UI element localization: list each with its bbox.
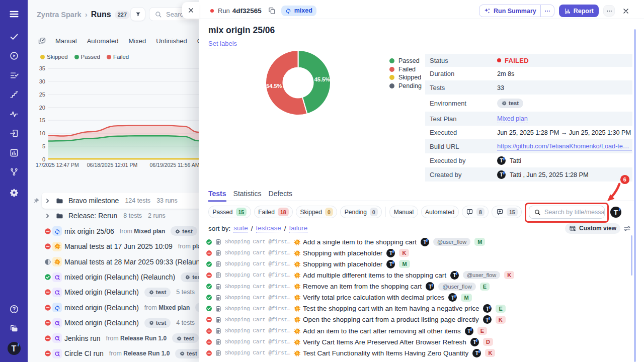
copy-icon[interactable] (268, 7, 276, 15)
run-from-plan: from Release Run 1.0 (109, 350, 170, 357)
test-status-passed-icon (206, 283, 212, 290)
user-avatar-T: T (386, 260, 395, 268)
filter-chip-pending[interactable]: Pending0 (340, 206, 382, 218)
relaunch-icon (52, 273, 62, 282)
test-row[interactable]: Shopping Cart @first…Add multiple differ… (206, 269, 514, 281)
test-row[interactable]: Shopping Cart @first…Verify Cart Items A… (206, 336, 493, 347)
annotation-arrow (599, 181, 624, 204)
gear-icon (175, 229, 180, 234)
check-icon[interactable] (9, 32, 19, 42)
filter-chip-count: 0 (370, 208, 378, 216)
sort-separator: / (251, 225, 253, 232)
donut-legend-label: Pending (398, 82, 422, 89)
tests-scrollbar[interactable] (631, 235, 633, 276)
test-row[interactable]: Shopping Cart @first…Test Cart Functiona… (206, 347, 495, 358)
custom-view-label: Custom view (579, 225, 616, 232)
test-row[interactable]: Shopping Cart @first…Open the shopping c… (206, 314, 506, 325)
report-button[interactable]: Report (559, 5, 599, 17)
test-letter-badge: K (485, 349, 495, 357)
sort-option-failure[interactable]: failure (289, 224, 308, 233)
boom-icon (293, 272, 301, 279)
steps-icon[interactable] (9, 90, 19, 100)
test-row[interactable]: Shopping Cart @first…Test the shopping c… (206, 303, 506, 314)
run-row-title: Manual tests at 17 Jun 2025 10:09 (64, 242, 173, 250)
test-row[interactable]: Shopping Cart @first…Add a single item t… (206, 236, 485, 247)
filter-chip-failed[interactable]: Failed18 (254, 206, 293, 218)
filter-chip-manual[interactable]: Manual (389, 206, 418, 218)
detail-value: 33 (497, 84, 504, 92)
run-status-partial-icon (44, 258, 51, 265)
gear-icon[interactable] (9, 188, 19, 198)
run-folder-title: Bravo milestone (68, 197, 119, 205)
menu-icon[interactable] (9, 9, 20, 20)
branch-icon[interactable] (9, 167, 19, 177)
run-summary-button[interactable]: Run Summary (479, 5, 554, 17)
test-row[interactable]: Shopping Cart @first…Shopping with place… (206, 247, 409, 258)
test-title: Shopping with placeholder (303, 260, 382, 268)
sort-by-label: sort by: (208, 225, 230, 232)
pulse-icon[interactable] (9, 110, 19, 119)
sparkles-icon (484, 7, 491, 15)
list-check-icon[interactable] (9, 71, 19, 80)
run-summary-more-button[interactable] (540, 5, 554, 17)
drawer-close-x-button[interactable] (622, 7, 630, 15)
boom-icon (52, 257, 62, 266)
clipboard-icon (215, 327, 222, 334)
test-row[interactable]: Shopping Cart @first…Shopping with place… (206, 258, 410, 269)
sidebar-avatar[interactable]: T (8, 342, 21, 355)
test-suite-path: Shopping Cart @first… (225, 284, 293, 290)
assignee-avatar[interactable]: T (610, 207, 621, 218)
play-circle-icon[interactable] (9, 51, 19, 61)
detail-value: test (497, 99, 523, 108)
drawer-close-button[interactable] (182, 2, 199, 19)
drawer-tab-tests[interactable]: Tests (208, 190, 226, 202)
avatar-accent (489, 317, 490, 320)
run-status-failed-icon (44, 304, 51, 311)
drawer-scrollbar[interactable] (634, 29, 636, 362)
run-row-title: Jenkins run (64, 334, 101, 342)
more-actions-button[interactable] (603, 5, 615, 17)
gear-icon (185, 275, 190, 280)
run-tests-count: 4 tests (176, 319, 195, 326)
chevron-right-icon[interactable] (44, 198, 51, 204)
box-arrow-in-icon[interactable] (9, 129, 19, 138)
sliders-icon[interactable] (623, 225, 631, 232)
test-row[interactable]: Shopping Cart @first…Verify total price … (206, 292, 472, 303)
drawer-tab-statistics[interactable]: Statistics (233, 190, 262, 202)
drawer-tab-defects[interactable]: Defects (269, 190, 292, 202)
custom-view-button[interactable]: Custom view (565, 223, 620, 234)
filter-chip-comment-alert-icon[interactable]: 8 (462, 206, 489, 218)
build-url-link[interactable]: https://github.com/TetianaKhomenko/Load-… (497, 142, 632, 151)
folders-icon[interactable] (9, 323, 19, 333)
chevron-right-icon[interactable] (44, 213, 51, 219)
avatar-accent (618, 208, 620, 211)
test-row[interactable]: Shopping Cart @first…Add an item to the … (206, 325, 487, 336)
run-folder-meta: 33 runs (156, 197, 178, 204)
user-avatar-T: T (448, 293, 457, 302)
ellipsis-icon (606, 8, 613, 15)
test-plan-link[interactable]: Mixed plan (497, 115, 528, 123)
sort-option-testcase[interactable]: testcase (256, 224, 281, 233)
run-folder-meta: 8 tests (123, 212, 142, 219)
filter-chip-comment-plus-icon[interactable]: 15 (492, 206, 522, 218)
help-circle-icon[interactable] (9, 304, 19, 314)
test-row[interactable]: Shopping Cart @first…Remove an item from… (206, 281, 490, 292)
detail-row: Test PlanMixed plan (425, 112, 632, 126)
bar-chart-box-icon[interactable] (9, 148, 19, 158)
environment-badge: test (172, 333, 198, 343)
filter-chip-count: 15 (507, 208, 518, 216)
filter-chip-passed[interactable]: Passed15 (208, 206, 251, 218)
filter-chip-automated[interactable]: Automated (421, 206, 459, 218)
folder-icon (55, 197, 64, 205)
test-letter-badge: M (474, 238, 485, 246)
set-labels-link[interactable]: Set labels (208, 40, 237, 48)
avatar-accent (503, 157, 504, 160)
detail-row: ExecutedJun 25, 2025 1:28 PM → Jun 25, 2… (425, 126, 632, 139)
sort-option-suite[interactable]: suite (233, 224, 248, 233)
run-status-failed-icon (44, 319, 51, 326)
filter-chip-skipped[interactable]: Skipped0 (296, 206, 337, 218)
test-letter-badge: M (461, 294, 471, 302)
sort-by-row: sort by:suite/testcase/failure (208, 224, 307, 233)
donut-legend-label: Passed (398, 57, 420, 64)
run-status-failed-icon (44, 228, 51, 235)
